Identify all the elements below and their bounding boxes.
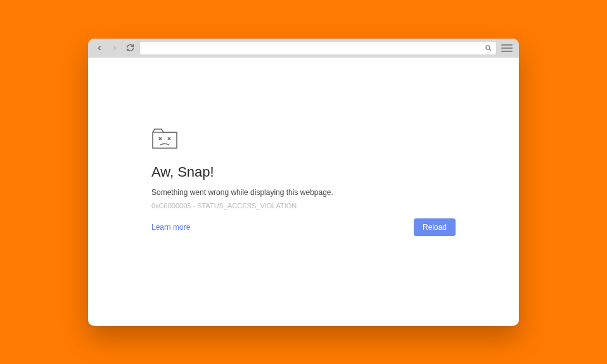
hamburger-line	[501, 44, 513, 46]
reload-nav-button[interactable]	[125, 43, 135, 53]
chevron-left-icon	[96, 44, 103, 52]
search-icon	[485, 44, 492, 52]
address-bar[interactable]	[140, 42, 496, 54]
reload-button[interactable]: Reload	[414, 218, 456, 236]
browser-window: Aw, Snap! Something went wrong while dis…	[88, 39, 519, 326]
chevron-right-icon	[111, 44, 118, 52]
page-content: Aw, Snap! Something went wrong while dis…	[88, 58, 519, 326]
svg-line-1	[489, 49, 491, 51]
error-actions-row: Learn more Reload	[151, 218, 456, 236]
back-button[interactable]	[94, 43, 105, 53]
error-message: Something went wrong while displaying th…	[151, 188, 456, 197]
address-input[interactable]	[144, 44, 485, 52]
forward-button[interactable]	[110, 43, 120, 53]
reload-icon	[126, 44, 134, 52]
error-title: Aw, Snap!	[151, 164, 456, 180]
menu-button[interactable]	[501, 43, 513, 53]
error-code: 0xC0000005 - STATUS_ACCESS_VIOLATION	[151, 202, 456, 210]
hamburger-line	[501, 47, 513, 49]
learn-more-link[interactable]: Learn more	[151, 223, 190, 232]
svg-point-0	[486, 46, 490, 49]
sad-folder-icon	[151, 127, 456, 153]
browser-toolbar	[88, 39, 519, 58]
hamburger-line	[501, 51, 513, 52]
